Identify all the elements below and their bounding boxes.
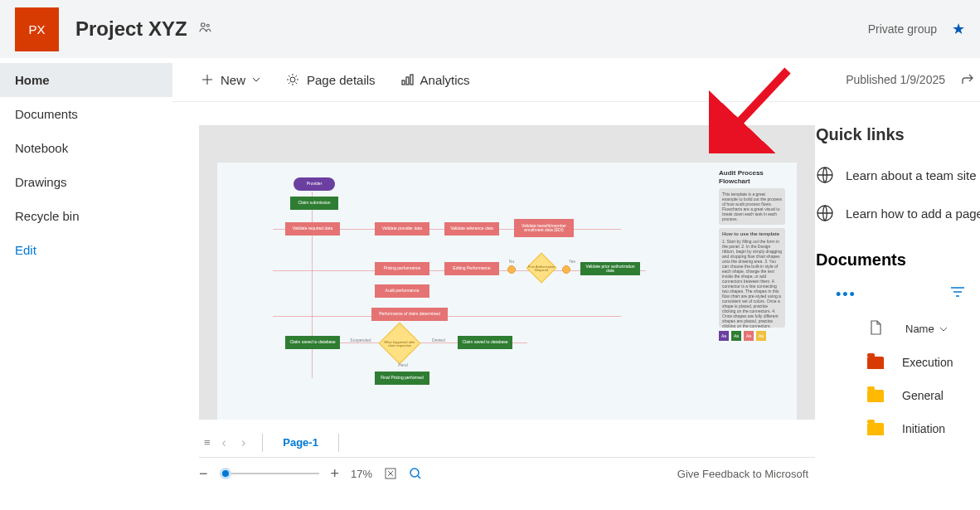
documents-title: Documents (816, 250, 978, 270)
fc-claim-sub: Claim submission (290, 197, 338, 210)
fc-label-denied: Denied (426, 337, 451, 345)
page-tabs: ≡ ‹ › Page-1 (199, 428, 815, 458)
docs-filter-icon[interactable] (950, 286, 965, 298)
privacy-label: Private group (868, 22, 937, 36)
fc-v9: Performance of claim determined (371, 308, 448, 321)
analytics-icon (400, 73, 414, 86)
quick-links-title: Quick links (816, 125, 978, 144)
folder-icon (867, 357, 884, 369)
fc-v7: Validate prior authorization data (580, 262, 640, 275)
zoom-bar: − + 17% Give Feedback to Microsoft (199, 458, 815, 489)
folder-icon (867, 390, 884, 402)
nav-notebook[interactable]: Notebook (0, 131, 172, 165)
fc-v3: Validate reference data (444, 222, 499, 236)
nav-documents[interactable]: Documents (0, 97, 172, 131)
hamburger-icon[interactable]: ≡ (204, 436, 211, 449)
new-button[interactable]: New (201, 73, 260, 87)
zoom-search-icon[interactable] (409, 467, 422, 480)
visio-canvas[interactable]: Provider Claim submission Validate requi… (199, 125, 815, 420)
fc-v1: Validate required data (285, 222, 340, 236)
fc-label-susp: Suspended (348, 337, 373, 345)
page-tab-1[interactable]: Page-1 (276, 436, 325, 449)
fc-v8: Audit performance (375, 284, 429, 298)
site-header: PX Project XYZ Private group ★ (0, 0, 980, 58)
gear-icon (285, 72, 300, 87)
fc-label-pend: Pend (395, 362, 411, 370)
folder-icon (867, 423, 884, 435)
name-column-header[interactable]: Name (905, 323, 934, 335)
audit-howto: How to use the template 1. Start by fill… (719, 228, 785, 328)
plus-icon (201, 73, 214, 86)
share-icon[interactable] (960, 72, 975, 87)
fc-dot1 (507, 265, 516, 274)
folder-initiation[interactable]: Initiation (816, 412, 978, 445)
svg-point-0 (201, 23, 205, 27)
globe-icon (816, 166, 834, 184)
published-date: Published 1/9/2025 (846, 73, 945, 86)
feedback-link[interactable]: Give Feedback to Microsoft (677, 468, 808, 480)
next-page-icon[interactable]: › (238, 435, 249, 450)
globe-icon (816, 204, 834, 222)
svg-rect-5 (410, 75, 413, 85)
zoom-out-icon[interactable]: − (199, 465, 208, 483)
nav-recycle-bin[interactable]: Recycle bin (0, 199, 172, 233)
chevron-down-icon (252, 75, 260, 84)
chevron-down-icon (939, 325, 948, 333)
nav-home[interactable]: Home (0, 63, 172, 97)
fc-v12: Final Pricing performed (375, 372, 429, 385)
prev-page-icon[interactable]: ‹ (219, 435, 230, 450)
svg-rect-4 (406, 77, 409, 85)
docs-more-icon[interactable]: ••• (836, 286, 856, 304)
svg-point-1 (206, 24, 209, 27)
fc-provider: Provider (294, 177, 335, 191)
zoom-percent: 17% (351, 468, 372, 480)
site-title[interactable]: Project XYZ (75, 17, 187, 41)
fc-v6: Editing Performance (444, 262, 499, 275)
nav-edit[interactable]: Edit (0, 233, 172, 267)
fc-label-yes: Yes (564, 258, 580, 266)
main-content: Provider Claim submission Validate requi… (172, 102, 815, 510)
fc-v10: Claim saved to database (285, 336, 340, 349)
svg-point-2 (290, 77, 295, 82)
right-rail: Quick links Learn about a team site Lear… (816, 102, 980, 510)
teams-icon[interactable] (197, 20, 212, 38)
fc-diamond1-label: Prior Authorization Required (526, 259, 557, 279)
docs-header-row[interactable]: Name (816, 315, 978, 346)
zoom-slider[interactable] (220, 473, 319, 474)
site-logo[interactable]: PX (15, 7, 59, 51)
audit-panel: Audit Process Flowchart This template is… (719, 169, 785, 341)
page-details-button[interactable]: Page details (285, 72, 376, 87)
folder-general[interactable]: General (816, 379, 978, 412)
fc-v4: Validate benefit/member enrollment data … (514, 219, 574, 237)
analytics-button[interactable]: Analytics (400, 73, 470, 87)
audit-title: Audit Process Flowchart (719, 169, 785, 185)
zoom-in-icon[interactable]: + (331, 465, 340, 483)
folder-execution[interactable]: Execution (816, 346, 978, 379)
fit-page-icon[interactable] (384, 467, 397, 480)
svg-rect-3 (402, 80, 405, 85)
fc-v11: Claim saved to database (458, 336, 512, 349)
fc-v2: Validate provider data (375, 222, 429, 236)
ql-learn-add-page[interactable]: Learn how to add a page (816, 197, 978, 236)
follow-star-icon[interactable]: ★ (952, 20, 965, 38)
nav-drawings[interactable]: Drawings (0, 165, 172, 199)
fc-v5: Pricing performance (375, 262, 429, 275)
command-bar: New Page details Analytics Published 1/9… (172, 58, 980, 102)
audit-swatches: Aa Aa Aa Aa (719, 331, 785, 341)
doc-type-icon (867, 320, 884, 338)
svg-point-7 (410, 469, 419, 477)
audit-desc: This template is a great example to buil… (719, 188, 785, 225)
left-nav: Home Documents Notebook Drawings Recycle… (0, 58, 172, 267)
fc-diamond2-label: What happened after claim inspection (380, 332, 420, 357)
fc-label-no: No (503, 258, 520, 266)
fc-dot2 (562, 265, 570, 274)
ql-learn-team-site[interactable]: Learn about a team site (816, 159, 978, 197)
